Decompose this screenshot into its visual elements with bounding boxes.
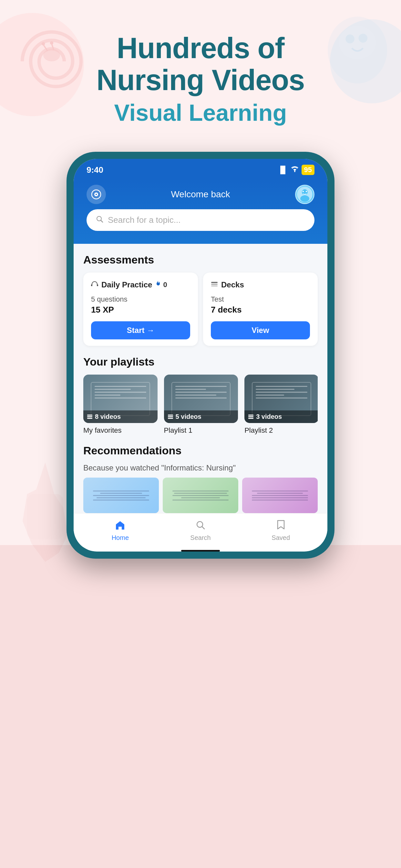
svg-rect-25 xyxy=(87,418,92,419)
decks-title: Decks xyxy=(221,280,244,289)
app-content: Assessments Daily Practice xyxy=(73,244,328,513)
decks-card: Decks Test 7 decks View xyxy=(203,273,318,346)
home-icon xyxy=(115,520,125,532)
welcome-text: Welcome back xyxy=(106,189,295,199)
search-icon xyxy=(96,216,103,225)
search-bar[interactable]: Search for a topic... xyxy=(87,209,314,231)
user-avatar[interactable] xyxy=(295,185,314,204)
recommendations-section: Recommendations Because you watched "Inf… xyxy=(83,444,318,513)
status-time: 9:40 xyxy=(87,165,103,175)
status-icons: ▐▌ 95 xyxy=(278,165,314,175)
assessments-title: Assessments xyxy=(83,253,318,266)
svg-rect-30 xyxy=(248,416,253,417)
svg-point-16 xyxy=(303,191,304,192)
daily-practice-xp: 15 XP xyxy=(91,305,190,315)
phone-outer: 9:40 ▐▌ 95 xyxy=(66,152,335,559)
phone-wrapper: 9:40 ▐▌ 95 xyxy=(0,152,401,559)
playlists-title: Your playlists xyxy=(83,355,318,368)
daily-practice-header: Daily Practice 0 xyxy=(91,280,190,289)
daily-practice-badge: 0 xyxy=(155,281,167,289)
svg-rect-31 xyxy=(248,418,253,419)
recommendations-title: Recommendations xyxy=(83,444,318,457)
search-placeholder-text: Search for a topic... xyxy=(108,215,181,225)
bookmark-nav-icon xyxy=(277,520,285,532)
pink-bg xyxy=(0,545,401,868)
battery-badge: 95 xyxy=(302,165,314,175)
svg-rect-27 xyxy=(168,416,173,417)
hero-title: Hundreds of Nursing Videos xyxy=(0,32,401,96)
app-logo xyxy=(87,185,106,204)
svg-rect-29 xyxy=(248,414,253,415)
list-item[interactable] xyxy=(163,477,238,513)
list-item[interactable]: 3 videos Playlist 2 xyxy=(244,375,318,435)
nav-search-label: Search xyxy=(190,534,211,541)
header-top: Welcome back xyxy=(87,185,314,204)
hero-subtitle: Visual Learning xyxy=(0,99,401,126)
layers-icon xyxy=(211,281,218,289)
svg-rect-21 xyxy=(211,284,218,285)
playlist-thumb-3: 3 videos xyxy=(244,375,318,423)
status-bar: 9:40 ▐▌ 95 xyxy=(73,159,328,178)
list-item[interactable]: 8 videos My favorites xyxy=(83,375,158,435)
svg-rect-28 xyxy=(168,418,173,419)
nav-saved[interactable]: Saved xyxy=(241,520,321,541)
rec-thumbnails xyxy=(83,477,318,513)
playlist-1-count: 8 videos xyxy=(95,413,121,421)
playlist-3-count: 3 videos xyxy=(256,413,282,421)
view-button[interactable]: View xyxy=(211,321,310,339)
phone-screen: 9:40 ▐▌ 95 xyxy=(73,159,328,552)
decks-sub-detail: 7 decks xyxy=(211,305,310,315)
playlist-1-name: My favorites xyxy=(83,426,158,435)
playlist-3-name: Playlist 2 xyxy=(244,426,318,435)
daily-practice-questions: 5 questions xyxy=(91,295,190,304)
svg-point-12 xyxy=(96,194,97,195)
hero-section: Hundreds of Nursing Videos Visual Learni… xyxy=(0,0,401,145)
app-header: Welcome back xyxy=(73,178,328,244)
svg-line-19 xyxy=(101,220,103,222)
daily-practice-card: Daily Practice 0 5 questions 15 XP Start… xyxy=(83,273,198,346)
bottom-nav: Home Search Saved xyxy=(73,513,328,547)
playlist-thumb-2: 5 videos xyxy=(164,375,238,423)
start-button[interactable]: Start → xyxy=(91,321,190,339)
search-nav-icon xyxy=(196,520,205,532)
list-item[interactable] xyxy=(83,477,159,513)
svg-point-17 xyxy=(306,191,307,192)
nav-home[interactable]: Home xyxy=(80,520,160,541)
recommendations-subtitle: Because you watched "Informatics: Nursin… xyxy=(83,463,318,472)
headphone-icon xyxy=(91,281,98,289)
list-item[interactable] xyxy=(242,477,318,513)
list-item[interactable]: 5 videos Playlist 1 xyxy=(164,375,238,435)
wifi-icon xyxy=(291,166,298,174)
playlist-2-count: 5 videos xyxy=(176,413,202,421)
svg-line-33 xyxy=(202,527,204,529)
svg-rect-20 xyxy=(211,285,218,286)
svg-rect-26 xyxy=(168,414,173,415)
signal-icon: ▐▌ xyxy=(278,166,288,174)
nav-search[interactable]: Search xyxy=(160,520,241,541)
decks-detail: Test xyxy=(211,295,310,304)
home-indicator xyxy=(181,550,220,552)
svg-rect-23 xyxy=(87,414,92,415)
daily-practice-title: Daily Practice xyxy=(101,280,152,289)
assessments-grid: Daily Practice 0 5 questions 15 XP Start… xyxy=(83,273,318,346)
playlist-thumb-1: 8 videos xyxy=(83,375,158,423)
fire-icon xyxy=(155,281,161,289)
nav-home-label: Home xyxy=(112,534,129,541)
playlist-2-name: Playlist 1 xyxy=(164,426,238,435)
svg-point-15 xyxy=(300,195,309,202)
svg-rect-24 xyxy=(87,416,92,417)
svg-rect-22 xyxy=(211,282,218,283)
nav-saved-label: Saved xyxy=(272,534,290,541)
playlists-section: Your playlists xyxy=(83,355,318,435)
playlists-row: 8 videos My favorites xyxy=(83,375,318,435)
decks-header: Decks xyxy=(211,280,310,289)
